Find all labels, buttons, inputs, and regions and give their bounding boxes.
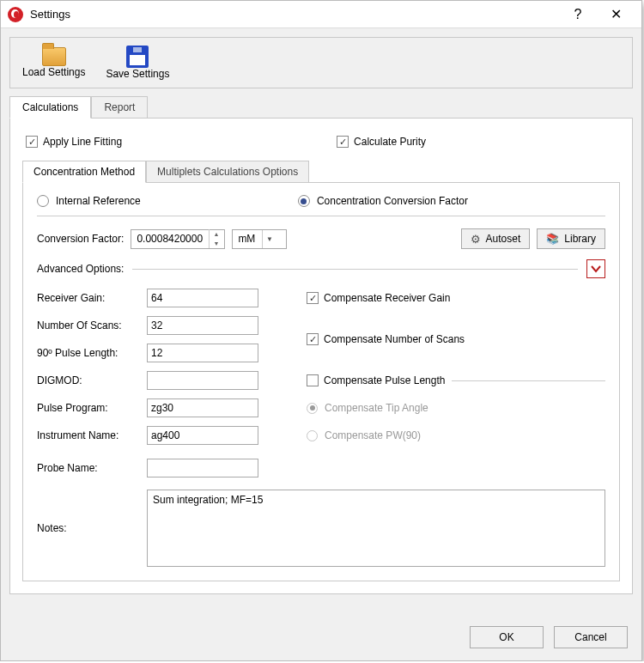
radio-icon <box>298 195 310 207</box>
pulse-program-label: Pulse Program: <box>37 402 140 414</box>
toolbar: Load Settings Save Settings <box>9 37 633 88</box>
window-title: Settings <box>30 8 70 21</box>
toggle-advanced-button[interactable] <box>586 259 605 278</box>
concentration-pane: Internal Reference Concentration Convers… <box>22 182 620 581</box>
chevron-down-icon <box>591 264 601 274</box>
cancel-button[interactable]: Cancel <box>554 626 628 648</box>
ccf-label: Concentration Conversion Factor <box>317 195 468 207</box>
save-label: Save Settings <box>106 68 169 80</box>
conversion-factor-label: Conversion Factor: <box>37 233 124 245</box>
method-radio-group: Internal Reference Concentration Convers… <box>37 195 605 207</box>
checkmark-icon <box>307 292 319 304</box>
radio-compensate-pw90: Compensate PW(90) <box>307 429 605 441</box>
ok-button[interactable]: OK <box>470 626 544 648</box>
instrument-name-input[interactable] <box>147 426 258 445</box>
instrument-name-label: Instrument Name: <box>37 429 140 441</box>
checkbox-calculate-purity[interactable]: Calculate Purity <box>337 136 426 148</box>
comp-pw-label: Compensate PW(90) <box>325 429 421 441</box>
divider <box>132 269 578 270</box>
spin-down-icon[interactable]: ▼ <box>210 239 222 248</box>
checkbox-compensate-receiver-gain[interactable]: Compensate Receiver Gain <box>307 292 605 304</box>
divider <box>452 380 605 381</box>
advanced-grid: Receiver Gain: Compensate Receiver Gain … <box>37 289 605 477</box>
receiver-gain-label: Receiver Gain: <box>37 292 140 304</box>
spinner-buttons[interactable]: ▲▼ <box>209 229 222 248</box>
checkbox-icon <box>307 374 319 386</box>
tab-calculations[interactable]: Calculations <box>9 96 91 119</box>
calculations-pane: Apply Line Fitting Calculate Purity Conc… <box>9 118 633 594</box>
library-label: Library <box>564 233 596 245</box>
settings-dialog: Settings ? ✕ Load Settings Save Settings… <box>0 0 642 661</box>
help-button[interactable]: ? <box>559 1 597 28</box>
radio-icon <box>37 195 49 207</box>
gear-icon <box>471 233 481 246</box>
autoset-label: Autoset <box>486 233 521 245</box>
comp-tip-label: Compensate Tip Angle <box>325 402 428 414</box>
tab-concentration-method[interactable]: Concentration Method <box>22 161 146 183</box>
radio-internal-reference[interactable]: Internal Reference <box>37 195 141 207</box>
chevron-down-icon: ▼ <box>262 230 276 248</box>
checkmark-icon <box>337 136 349 148</box>
conversion-factor-input[interactable]: ▲▼ <box>131 229 225 249</box>
number-of-scans-input[interactable] <box>147 316 258 335</box>
inner-tabs: Concentration Method Multiplets Calculat… <box>22 160 620 182</box>
checkbox-line-fitting[interactable]: Apply Line Fitting <box>26 136 122 148</box>
number-of-scans-label: Number Of Scans: <box>37 319 140 332</box>
compensate-pulse-length-group: Compensate Pulse Length <box>307 374 605 386</box>
client-area: Load Settings Save Settings Calculations… <box>9 37 633 613</box>
tab-multiplets-options[interactable]: Multiplets Calculations Options <box>146 161 309 183</box>
checkmark-icon <box>307 333 319 345</box>
internal-reference-label: Internal Reference <box>56 195 141 207</box>
app-icon <box>8 7 23 22</box>
pulse-length-label: 90º Pulse Length: <box>37 347 140 359</box>
divider <box>37 216 605 216</box>
library-button[interactable]: Library <box>537 228 605 249</box>
folder-icon <box>42 47 66 66</box>
save-settings-button[interactable]: Save Settings <box>106 46 169 80</box>
radio-icon <box>307 403 318 414</box>
notes-textarea[interactable] <box>147 490 605 567</box>
comp-ns-label: Compensate Number of Scans <box>324 333 465 345</box>
unit-combo[interactable]: mM ▼ <box>232 229 287 249</box>
conversion-factor-value[interactable] <box>131 231 209 246</box>
tab-report[interactable]: Report <box>91 96 148 119</box>
receiver-gain-input[interactable] <box>147 289 258 307</box>
floppy-disk-icon <box>126 46 149 68</box>
close-button[interactable]: ✕ <box>597 1 635 28</box>
digmod-input[interactable] <box>147 371 258 390</box>
notes-label: Notes: <box>37 522 140 534</box>
load-label: Load Settings <box>22 66 85 78</box>
checkmark-icon <box>26 136 38 148</box>
comp-rg-label: Compensate Receiver Gain <box>324 292 450 304</box>
pulse-program-input[interactable] <box>147 398 258 417</box>
checkbox-compensate-number-of-scans[interactable]: Compensate Number of Scans <box>307 333 605 345</box>
spin-up-icon[interactable]: ▲ <box>210 229 222 239</box>
main-tabs: Calculations Report <box>9 95 633 118</box>
line-fitting-label: Apply Line Fitting <box>43 136 122 148</box>
probe-name-input[interactable] <box>147 459 258 477</box>
titlebar: Settings ? ✕ <box>1 1 641 28</box>
radio-compensate-tip-angle: Compensate Tip Angle <box>307 402 605 414</box>
comp-pl-label: Compensate Pulse Length <box>324 374 445 386</box>
advanced-options-label: Advanced Options: <box>37 263 124 275</box>
digmod-label: DIGMOD: <box>37 374 140 386</box>
purity-label: Calculate Purity <box>354 136 426 148</box>
load-settings-button[interactable]: Load Settings <box>22 47 85 78</box>
probe-name-label: Probe Name: <box>37 462 140 474</box>
autoset-button[interactable]: Autoset <box>461 228 531 249</box>
library-icon <box>546 233 559 245</box>
radio-icon <box>307 430 318 441</box>
checkbox-compensate-pulse-length[interactable]: Compensate Pulse Length <box>307 374 445 386</box>
pulse-length-input[interactable] <box>147 344 258 362</box>
unit-value: mM <box>233 233 262 245</box>
dialog-footer: OK Cancel <box>470 626 628 648</box>
radio-concentration-conversion-factor[interactable]: Concentration Conversion Factor <box>298 195 468 207</box>
